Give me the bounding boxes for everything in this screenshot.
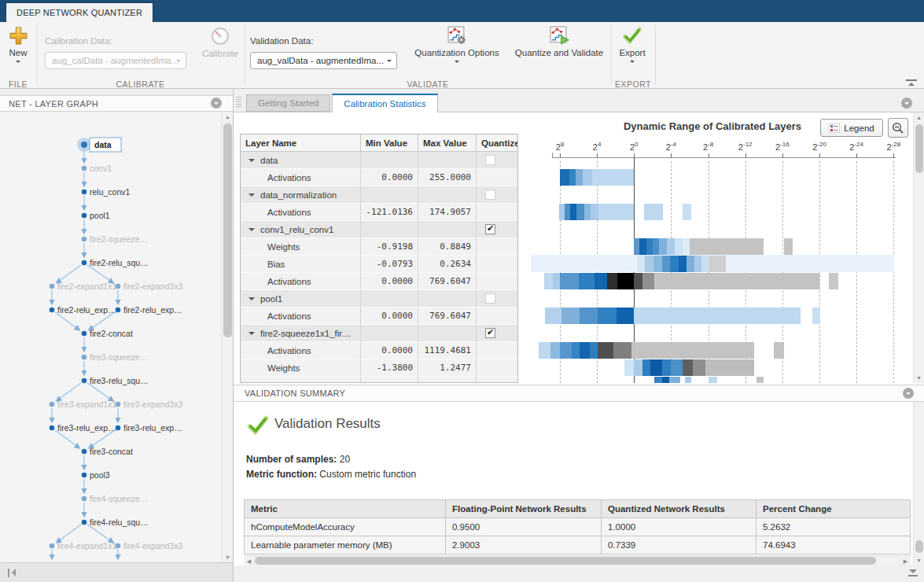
layer-node[interactable] [50,425,55,431]
calibration-data-dropdown: aug_calData - augmentedIma... [45,52,186,69]
layer-node[interactable] [82,520,87,525]
chart-scrollbar[interactable]: ▲ ▼ [913,112,924,383]
stats-table-row[interactable]: Weights-1.38001.2477 [241,359,517,377]
axis-tick-label: 2-12 [728,141,763,152]
quantization-options-button[interactable]: Quantization Options [409,26,505,65]
collapse-left-panel-icon[interactable] [8,569,20,577]
quantize-and-validate-button[interactable]: Quantize and Validate [510,26,609,57]
layer-node[interactable] [116,543,121,549]
stats-table-row[interactable]: Activations-121.0136174.9057 [241,204,517,221]
layer-node[interactable] [50,402,55,407]
layer-node[interactable] [50,284,55,289]
layer-node[interactable] [82,166,87,171]
legend-button[interactable]: Legend [820,119,883,137]
scroll-up-button[interactable]: ▲ [223,112,233,122]
main-horizontal-scrollbar[interactable]: ◀ ▶ [244,555,911,565]
scrollbar-thumb[interactable] [255,557,876,565]
zoom-out-button[interactable] [888,118,908,138]
validate-section-label: VALIDATE [245,79,611,89]
layer-node[interactable] [82,213,87,219]
metrics-table-row[interactable]: Learnable parameter memory (MB)2.90030.7… [245,536,910,554]
layer-node[interactable] [82,190,87,195]
layer-name-cell: conv1_relu_conv1 [241,221,361,238]
tabstrip-grip-icon[interactable] [236,97,241,107]
stats-table-row[interactable]: Bias-0.07930.2634 [241,256,517,273]
histogram-bar-segment [617,308,634,324]
minimize-ribbon-icon[interactable] [906,79,917,87]
metrics-column-header: Quantized Network Results [602,500,757,518]
document-collapse-button[interactable] [901,98,912,109]
export-button[interactable]: Export [613,26,652,65]
validation-scrollbar[interactable]: ▼ [913,402,924,565]
layer-name-cell: data [241,152,361,169]
layer-node-label: fire3-relu_exp… [123,423,182,433]
layer-node[interactable] [82,237,87,242]
layer-node[interactable] [50,308,55,313]
stats-table-row[interactable]: Activations0.0000769.6047 [241,308,517,325]
layer-graph-scrollbar[interactable]: ▲ ▼ [221,112,233,562]
new-button[interactable]: New [2,26,34,65]
scroll-up-button[interactable]: ▲ [914,112,924,123]
scroll-down-button[interactable]: ▼ [914,555,924,565]
quantize-cell [477,308,518,325]
layer-graph-canvas[interactable]: dataconv1relu_conv1pool1fire2-squeeze…fi… [0,112,221,562]
quantize-checkbox[interactable] [485,328,495,338]
stats-table-row[interactable]: Activations0.0000255.0000 [241,169,517,186]
scrollbar-thumb[interactable] [915,124,923,173]
stats-table-row[interactable] [241,377,517,383]
quantize-checkbox[interactable] [485,224,495,234]
layer-node[interactable] [82,331,87,337]
metrics-table-header: MetricFloating-Point Network ResultsQuan… [245,500,910,518]
expander-icon[interactable] [248,193,255,200]
layer-node[interactable] [82,496,87,502]
histogram-bar-segment [709,377,718,383]
histogram-bar-segment [607,273,617,289]
stats-table-row[interactable]: Activations0.0000769.6047 [241,273,517,290]
layer-node[interactable] [50,543,55,549]
layer-node[interactable] [116,425,121,431]
max-value-cell: 1.2477 [418,359,477,377]
app-tab[interactable]: DEEP NETWORK QUANTIZER [6,2,153,22]
stats-table-row[interactable]: Weights-0.91980.8849 [241,238,517,256]
stats-table-row[interactable]: pool1 [241,290,517,308]
stats-table-row[interactable]: Activations0.00001119.4681 [241,342,517,359]
layer-node[interactable] [82,473,87,478]
axis-tick-label: 2-8 [691,141,726,152]
stats-table-row[interactable]: data [241,152,517,169]
scroll-down-button[interactable]: ▼ [223,552,233,562]
stats-table-row[interactable]: data_normalization [241,186,517,204]
layer-node[interactable] [81,142,87,148]
validation-summary-collapse-button[interactable] [903,388,914,399]
validation-data-dropdown[interactable]: aug_valData - augmentedIma... [250,52,397,69]
expander-icon[interactable] [248,159,255,165]
collapse-bottom-panel-icon[interactable] [908,569,918,578]
layer-name-cell: Bias [241,256,361,273]
histogram-bar-segment [690,238,764,255]
layer-node[interactable] [116,308,121,313]
min-value-cell: -121.0136 [361,204,418,221]
min-value-cell: -0.0793 [361,256,418,273]
histogram-bar-segment [637,256,646,272]
calibrate-button-label: Calibrate [202,49,238,58]
stats-table-row[interactable]: fire2-squeeze1x1_fir… [241,325,517,342]
layer-node[interactable] [82,378,87,384]
axis-tick [782,153,783,158]
scroll-down-button[interactable]: ▼ [914,373,924,383]
layer-node[interactable] [116,402,121,407]
scrollbar-thumb[interactable] [915,540,923,553]
layer-node-label: fire2-expand1x1 [57,282,116,291]
expander-icon[interactable] [248,228,255,234]
expander-icon[interactable] [248,332,255,338]
layer-node[interactable] [82,260,87,266]
scrollbar-thumb[interactable] [223,123,232,337]
layer-graph-collapse-button[interactable] [211,98,222,109]
tab-calibration-statistics[interactable]: Calibration Statistics [332,94,437,112]
stats-table-row[interactable]: conv1_relu_conv1 [241,221,517,238]
expander-icon[interactable] [248,297,255,304]
layer-node[interactable] [116,284,121,289]
layer-node[interactable] [82,355,87,360]
calibration-stats-table[interactable]: Layer NameMin ValueMax ValueQuantizedata… [240,134,518,383]
metrics-table-row[interactable]: hComputeModelAccuracy0.95001.00005.2632 [245,518,910,536]
tab-getting-started[interactable]: Getting Started [246,94,330,112]
layer-node[interactable] [82,449,87,455]
